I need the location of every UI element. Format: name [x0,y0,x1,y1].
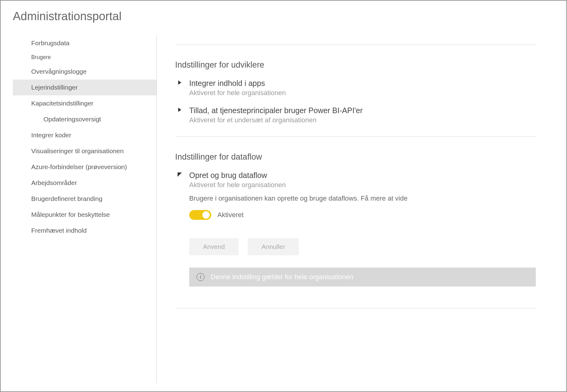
sidebar-item-capacity-settings[interactable]: Kapacitetsindstillinger [13,95,156,111]
section-divider [175,44,536,45]
setting-embed-content[interactable]: Integrer indhold i apps Aktiveret for he… [178,79,536,97]
sidebar-item-refresh-summary[interactable]: Opdateringsoversigt [13,111,156,127]
toggle-knob [202,211,210,219]
info-banner: i Denne indstilling gælder for hele orga… [189,268,536,287]
sidebar-item-tenant-settings[interactable]: Lejerindstillinger [13,80,156,95]
setting-title: Opret og brug dataflow [189,171,536,180]
svg-marker-0 [178,80,181,85]
dataflow-toggle[interactable] [189,210,211,220]
cancel-button[interactable]: Annuller [248,238,299,255]
sidebar: Forbrugsdata Brugere Overvågningslogge L… [13,35,157,383]
setting-title: Integrer indhold i apps [189,79,536,88]
sidebar-item-azure-connections[interactable]: Azure-forbindelser (prøveversion) [13,159,156,175]
svg-marker-1 [178,108,181,112]
setting-status: Aktiveret for hele organisationen [189,181,536,189]
info-text: Denne indstilling gælder for hele organi… [211,273,353,281]
main-content: Indstillinger for udviklere Integrer ind… [157,35,554,383]
developer-settings-heading: Indstillinger for udviklere [175,60,536,70]
toggle-label: Aktiveret [217,211,244,219]
sidebar-item-audit-logs[interactable]: Overvågningslogge [13,64,156,80]
sidebar-item-featured-content[interactable]: Fremhævet indhold [13,223,156,239]
section-divider [175,308,536,309]
setting-service-principals[interactable]: Tillad, at tjenesteprincipaler bruger Po… [178,106,536,124]
setting-status: Aktiveret for hele organisationen [189,89,536,97]
setting-description: Brugere i organisationen kan oprette og … [189,194,536,202]
chevron-right-icon [178,108,184,114]
sidebar-item-usage-data[interactable]: Forbrugsdata [13,35,156,51]
chevron-down-icon [178,172,184,179]
setting-create-dataflow[interactable]: Opret og brug dataflow Aktiveret for hel… [178,171,536,296]
sidebar-item-protection-metrics[interactable]: Målepunkter for beskyttelse [13,207,156,223]
setting-title: Tillad, at tjenesteprincipaler bruger Po… [189,106,536,115]
sidebar-item-custom-branding[interactable]: Brugerdefineret branding [13,191,156,207]
dataflow-settings-heading: Indstillinger for dataflow [175,152,536,162]
svg-marker-2 [178,172,182,177]
apply-button[interactable]: Anvend [189,238,238,255]
info-icon: i [197,273,205,281]
setting-status: Aktiveret for et undersæt af organisatio… [189,116,536,124]
page-title: Administrationsportal [13,10,554,23]
sidebar-item-org-visuals[interactable]: Visualiseringer til organisationen [13,143,156,159]
sidebar-item-workspaces[interactable]: Arbejdsområder [13,175,156,191]
chevron-right-icon [178,80,184,87]
sidebar-item-users[interactable]: Brugere [13,51,156,64]
section-divider [175,136,536,137]
sidebar-item-embed-codes[interactable]: Integrer koder [13,127,156,143]
